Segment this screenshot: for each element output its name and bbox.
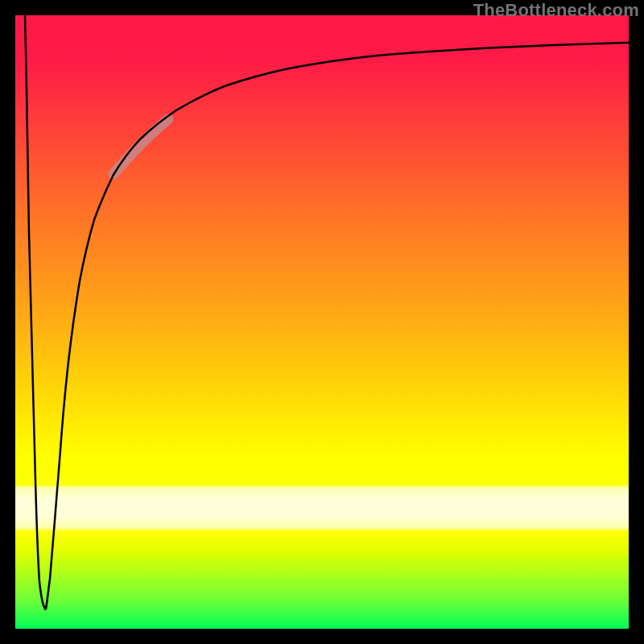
chart-highlight-segment [114, 119, 168, 174]
attribution-watermark: TheBottleneck.com [473, 0, 639, 21]
chart-frame: TheBottleneck.com [0, 0, 644, 644]
chart-curve-initial-drop [25, 15, 46, 609]
chart-plot-area [15, 15, 629, 629]
chart-svg [15, 15, 629, 629]
chart-curve-main [46, 43, 629, 609]
